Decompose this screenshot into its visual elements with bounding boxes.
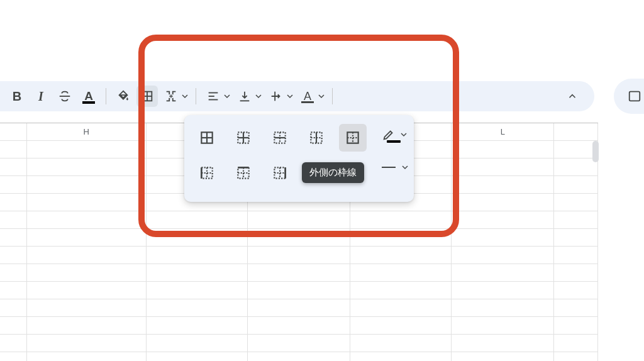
cell[interactable] [350, 317, 452, 334]
border-color-button[interactable] [382, 124, 411, 145]
cell[interactable] [350, 335, 452, 352]
cell[interactable] [0, 317, 27, 334]
v-align-dropdown[interactable] [254, 93, 263, 99]
cell[interactable] [248, 299, 350, 316]
cell[interactable] [350, 282, 452, 299]
cell[interactable] [452, 282, 554, 299]
vertical-scrollbar-thumb[interactable] [592, 141, 599, 162]
cell[interactable] [452, 229, 554, 246]
fill-color-button[interactable] [113, 86, 134, 107]
cell[interactable] [554, 229, 598, 246]
cell[interactable] [0, 352, 27, 361]
cell[interactable] [554, 194, 598, 211]
border-style-button[interactable] [382, 157, 411, 178]
cell[interactable] [248, 229, 350, 246]
cell[interactable] [452, 352, 554, 361]
cell[interactable] [0, 194, 27, 211]
rotation-dropdown[interactable] [317, 93, 326, 99]
text-wrap-button[interactable] [265, 86, 287, 107]
cell[interactable] [27, 317, 147, 334]
cell[interactable] [147, 299, 248, 316]
text-color-button[interactable]: A [78, 86, 99, 107]
cell[interactable] [452, 335, 554, 352]
cell[interactable] [0, 158, 27, 175]
cell[interactable] [27, 335, 147, 352]
cell[interactable] [248, 352, 350, 361]
cell[interactable] [248, 317, 350, 334]
cell[interactable] [248, 211, 350, 228]
cell[interactable] [452, 299, 554, 316]
cell[interactable] [554, 264, 598, 281]
border-vertical-button[interactable] [303, 124, 330, 152]
cell[interactable] [554, 176, 598, 193]
cell[interactable] [350, 247, 452, 264]
cell[interactable] [452, 317, 554, 334]
cell[interactable] [147, 211, 248, 228]
column-header[interactable] [554, 123, 598, 140]
cell[interactable] [147, 229, 248, 246]
cell[interactable] [554, 352, 598, 361]
cell[interactable] [248, 247, 350, 264]
text-rotation-button[interactable]: A [297, 86, 318, 107]
wrap-dropdown[interactable] [286, 93, 294, 99]
cell[interactable] [452, 176, 554, 193]
cell[interactable] [27, 229, 147, 246]
column-header[interactable]: H [27, 123, 147, 140]
cell[interactable] [452, 264, 554, 281]
cell[interactable] [248, 335, 350, 352]
cell[interactable] [0, 282, 27, 299]
cell[interactable] [248, 264, 350, 281]
horizontal-align-button[interactable] [203, 86, 224, 107]
cell[interactable] [350, 211, 452, 228]
merge-cells-dropdown[interactable] [180, 93, 189, 99]
cell[interactable] [0, 141, 27, 158]
cell[interactable] [27, 141, 147, 158]
strikethrough-button[interactable] [54, 86, 75, 107]
column-header[interactable]: L [452, 123, 554, 140]
cell[interactable] [350, 352, 452, 361]
cell[interactable] [147, 247, 248, 264]
merge-cells-button[interactable] [160, 86, 182, 107]
cell[interactable] [27, 247, 147, 264]
border-horizontal-button[interactable] [266, 124, 294, 152]
cell[interactable] [27, 282, 147, 299]
cell[interactable] [0, 247, 27, 264]
cell[interactable] [0, 264, 27, 281]
cell[interactable] [147, 282, 248, 299]
italic-button[interactable]: I [30, 86, 52, 107]
cell[interactable] [452, 158, 554, 175]
cell[interactable] [147, 264, 248, 281]
cell[interactable] [0, 335, 27, 352]
border-inner-button[interactable] [230, 124, 257, 152]
border-top-button[interactable] [230, 159, 257, 187]
cell[interactable] [452, 194, 554, 211]
border-right-button[interactable] [266, 159, 294, 187]
cell[interactable] [350, 229, 452, 246]
cell[interactable] [452, 247, 554, 264]
cell[interactable] [0, 211, 27, 228]
cell[interactable] [27, 194, 147, 211]
h-align-dropdown[interactable] [223, 93, 231, 99]
cell[interactable] [554, 299, 598, 316]
side-panel-toggle[interactable] [614, 79, 644, 114]
cell[interactable] [27, 211, 147, 228]
cell[interactable] [0, 176, 27, 193]
cell[interactable] [27, 158, 147, 175]
cell[interactable] [350, 299, 452, 316]
cell[interactable] [147, 352, 248, 361]
vertical-align-button[interactable] [234, 86, 255, 107]
bold-button[interactable]: B [6, 86, 28, 107]
cell[interactable] [147, 335, 248, 352]
cell[interactable] [554, 335, 598, 352]
cell[interactable] [248, 282, 350, 299]
cell[interactable] [554, 247, 598, 264]
cell[interactable] [27, 176, 147, 193]
cell[interactable] [0, 299, 27, 316]
borders-button[interactable] [136, 86, 158, 107]
cell[interactable] [147, 317, 248, 334]
cell[interactable] [27, 352, 147, 361]
cell[interactable] [554, 141, 598, 158]
cell[interactable] [452, 141, 554, 158]
border-outer-button[interactable] [339, 124, 367, 152]
column-header[interactable] [0, 123, 27, 140]
